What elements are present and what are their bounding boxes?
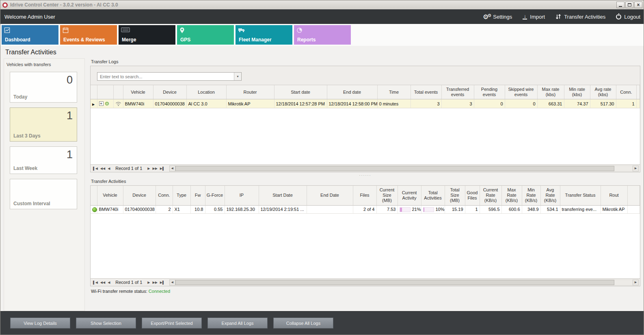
tab-dashboard[interactable]: Dashboard xyxy=(2,25,58,45)
transfer-logs-title: Transfer Logs xyxy=(91,59,640,64)
last-record-button[interactable]: ▶▌ xyxy=(159,167,166,170)
cell-start-date: 12/19/2014 2:19:51 ... xyxy=(259,205,307,213)
col-router[interactable]: Router xyxy=(226,85,274,99)
expand-column-header xyxy=(97,85,113,99)
scrollbar-track[interactable] xyxy=(175,165,633,172)
col-fw[interactable]: Fw xyxy=(190,186,205,205)
col-max-rate[interactable]: Max Rate (KB/s) xyxy=(501,186,522,205)
col-min-rate[interactable]: Min rate (kbs) xyxy=(564,85,590,99)
close-button[interactable]: × xyxy=(634,2,642,8)
col-total-size[interactable]: Total Size (MB) xyxy=(445,186,465,205)
col-start-date[interactable]: Start date xyxy=(274,85,327,99)
transfer-activities-header-row: Vehicle Device Conn. Type Fw G-Force IP … xyxy=(91,186,640,205)
scroll-right-button[interactable]: ▶ xyxy=(633,279,639,286)
scroll-right-button[interactable]: ▶ xyxy=(633,165,639,172)
col-current-rate[interactable]: Current Rate (KB/s) xyxy=(480,186,501,205)
col-time[interactable]: Time xyxy=(377,85,411,99)
prev-record-button[interactable]: ◀ xyxy=(106,281,111,284)
transfer-activities-button[interactable]: Transfer Activities xyxy=(555,14,605,20)
logs-horizontal-scrollbar[interactable]: ◀ ▶ xyxy=(169,165,639,172)
row-expand-cell[interactable]: +⚙ xyxy=(97,99,113,108)
tab-reports[interactable]: Reports xyxy=(294,25,351,45)
transfer-arrows-icon xyxy=(555,14,561,19)
col-total-events[interactable]: Total events xyxy=(411,85,441,99)
col-avg-rate[interactable]: Avg rate (kbs) xyxy=(590,85,616,99)
activities-horizontal-scrollbar[interactable]: ◀ ▶ xyxy=(169,279,639,286)
reports-pie-icon xyxy=(296,27,303,33)
scroll-left-button[interactable]: ◀ xyxy=(169,279,175,286)
col-good-files[interactable]: Good Files xyxy=(465,186,480,205)
last-record-button[interactable]: ▶▌ xyxy=(159,281,166,284)
main-column: Transfer Logs ▼ xyxy=(90,58,640,311)
col-transfer-status[interactable]: Transfer Status xyxy=(560,186,601,205)
col-transferred-events[interactable]: Transferred events xyxy=(441,85,474,99)
search-input[interactable] xyxy=(97,73,234,80)
tab-fleet-manager[interactable]: Fleet Manager xyxy=(236,25,292,45)
first-record-button[interactable]: ▌◀ xyxy=(92,281,99,284)
card-today[interactable]: 0 Today xyxy=(10,72,77,103)
cell-skipped-wire-events: 0 xyxy=(505,99,537,108)
view-log-details-button[interactable]: View Log Details xyxy=(10,318,70,329)
scroll-left-button[interactable]: ◀ xyxy=(169,165,175,172)
col-end-date[interactable]: End Date xyxy=(307,186,353,205)
col-avg-rate[interactable]: Avg Rate (KB/s) xyxy=(540,186,560,205)
col-gforce[interactable]: G-Force xyxy=(205,186,225,205)
first-record-button[interactable]: ▌◀ xyxy=(92,167,99,170)
tab-gps[interactable]: GPS xyxy=(177,25,234,45)
status-column-header xyxy=(91,186,97,205)
transfer-activity-row[interactable]: BMW740i 017040000038 2 X1 10.8 0.55 192.… xyxy=(91,205,640,213)
col-ip[interactable]: IP xyxy=(225,186,259,205)
expand-all-logs-button[interactable]: Expand All Logs xyxy=(207,318,268,329)
next-page-button[interactable]: ▶▶ xyxy=(151,281,159,284)
minimize-button[interactable] xyxy=(616,2,625,8)
scrollbar-thumb[interactable] xyxy=(175,280,614,285)
col-files[interactable]: Files xyxy=(353,186,376,205)
col-conn[interactable]: Conn. xyxy=(156,186,173,205)
expand-plus-icon[interactable]: + xyxy=(99,101,104,106)
collapse-all-logs-button[interactable]: Collapse All Logs xyxy=(273,318,333,329)
col-current-activity[interactable]: Current Activity xyxy=(398,186,421,205)
scrollbar-track[interactable] xyxy=(175,279,633,286)
col-current-size[interactable]: Current Size (MB) xyxy=(376,186,398,205)
export-print-selected-button[interactable]: Export/Print Selected xyxy=(142,318,202,329)
prev-record-button[interactable]: ◀ xyxy=(106,167,111,170)
card-custom-interval[interactable]: Custom Interval xyxy=(10,179,77,209)
transfer-log-row[interactable]: ▶ +⚙ BMW740i 0170 xyxy=(91,99,640,108)
col-type[interactable]: Type xyxy=(173,186,190,205)
col-vehicle[interactable]: Vehicle xyxy=(97,186,123,205)
cell-max-rate: 663.31 xyxy=(537,99,564,108)
settings-button[interactable]: ⚙⚙ Settings xyxy=(483,13,512,21)
col-skipped-wire-events[interactable]: Skipped wire events xyxy=(505,85,537,99)
prev-page-button[interactable]: ◀◀ xyxy=(99,167,106,170)
search-dropdown-button[interactable]: ▼ xyxy=(234,73,241,80)
logout-button[interactable]: Logout xyxy=(616,14,640,20)
col-start-date[interactable]: Start Date xyxy=(259,186,307,205)
col-conn[interactable]: Conn. xyxy=(616,85,636,99)
import-button[interactable]: ↓ Import xyxy=(523,14,545,20)
col-location[interactable]: Location xyxy=(186,85,226,99)
next-record-button[interactable]: ▶ xyxy=(146,281,151,284)
scrollbar-thumb[interactable] xyxy=(175,166,614,171)
panel-splitter-handle[interactable]: ······ xyxy=(90,172,640,178)
tab-merge[interactable]: Merge xyxy=(119,25,175,45)
col-max-rate[interactable]: Max rate (kbs) xyxy=(537,85,564,99)
col-min-rate[interactable]: Min Rate (KB/s) xyxy=(522,186,540,205)
show-selection-button[interactable]: Show Selection xyxy=(76,318,136,329)
col-pending-events[interactable]: Pending events xyxy=(474,85,505,99)
col-total-activities[interactable]: Total Activities xyxy=(421,186,445,205)
next-record-button[interactable]: ▶ xyxy=(146,167,151,170)
tab-fleet-manager-label: Fleet Manager xyxy=(239,37,272,43)
prev-page-button[interactable]: ◀◀ xyxy=(99,281,106,284)
row-wifi-cell xyxy=(113,99,123,108)
col-router[interactable]: Rout xyxy=(601,186,627,205)
col-end-date[interactable]: End date xyxy=(327,85,377,99)
card-last-week[interactable]: 1 Last Week xyxy=(10,146,77,174)
col-device[interactable]: Device xyxy=(123,186,156,205)
card-last-3-days[interactable]: 1 Last 3 Days xyxy=(10,107,77,142)
next-page-button[interactable]: ▶▶ xyxy=(151,167,159,170)
maximize-button[interactable] xyxy=(625,2,633,8)
col-vehicle[interactable]: Vehicle xyxy=(123,85,153,99)
tab-events-reviews[interactable]: Events & Reviews xyxy=(60,25,117,45)
col-device[interactable]: Device xyxy=(153,85,186,99)
indicator-column-header xyxy=(91,85,97,99)
